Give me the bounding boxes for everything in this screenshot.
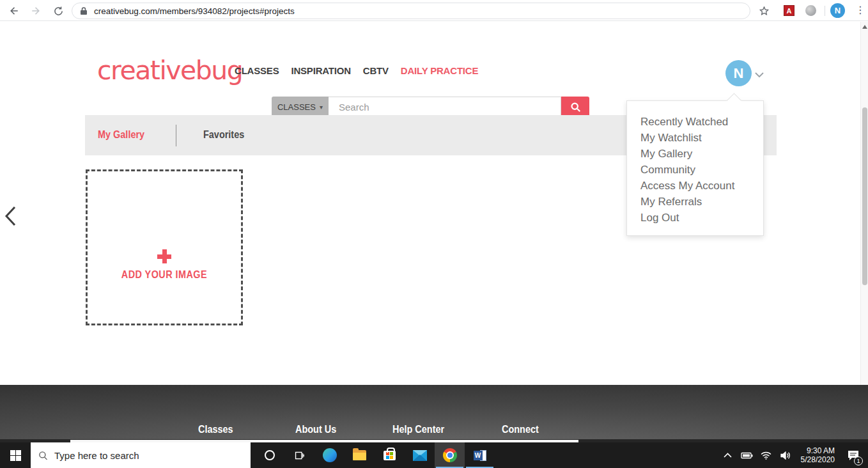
- action-center-button[interactable]: 1: [842, 442, 864, 468]
- speaker-icon[interactable]: [778, 442, 793, 468]
- task-view-icon: [294, 450, 305, 461]
- chevron-left-icon[interactable]: [3, 205, 18, 230]
- creativebug-logo[interactable]: creativebug: [97, 55, 242, 86]
- taskbar-word[interactable]: W: [465, 442, 495, 468]
- menu-item-my-watchlist[interactable]: My Watchlist: [640, 130, 763, 146]
- account-dropdown-menu: Recently Watched My Watchlist My Gallery…: [626, 100, 764, 236]
- footer-help-center[interactable]: Help Center: [392, 423, 444, 436]
- toolbar-divider: [825, 6, 825, 16]
- menu-item-log-out[interactable]: Log Out: [640, 210, 763, 226]
- page-content: creativebug CLASSES INSPIRATION CBTV DAI…: [0, 22, 868, 442]
- footer-about-us[interactable]: About Us: [295, 423, 336, 436]
- taskbar-file-explorer[interactable]: [345, 442, 375, 468]
- taskbar-clock[interactable]: 9:30 AM 5/28/2020: [797, 446, 839, 464]
- bookmark-star-icon[interactable]: [756, 3, 772, 19]
- clock-time: 9:30 AM: [801, 446, 835, 455]
- chrome-icon: [443, 448, 457, 462]
- browser-toolbar: creativebug.com/members/934082/projects#…: [0, 0, 868, 21]
- menu-item-community[interactable]: Community: [640, 162, 763, 178]
- word-icon: W: [474, 449, 486, 462]
- address-bar[interactable]: creativebug.com/members/934082/projects#…: [72, 3, 750, 19]
- microsoft-store-icon: [384, 451, 396, 460]
- extension-icon[interactable]: [805, 5, 816, 16]
- task-view-button[interactable]: [284, 442, 314, 468]
- taskbar-mail[interactable]: [405, 442, 435, 468]
- file-explorer-icon: [353, 450, 366, 460]
- edge-icon: [323, 448, 337, 462]
- page-footer: Classes About Us Help Center Connect: [0, 385, 868, 442]
- site-nav: CLASSES INSPIRATION CBTV DAILY PRACTICE: [235, 65, 478, 76]
- footer-classes[interactable]: Classes: [198, 423, 233, 436]
- add-image-dropzone[interactable]: ADD YOUR IMAGE: [86, 169, 243, 325]
- battery-icon[interactable]: [740, 442, 755, 468]
- tab-divider: [176, 125, 176, 146]
- search-category-label: CLASSES: [277, 102, 316, 112]
- url-text: creativebug.com/members/934082/projects#…: [94, 6, 295, 16]
- caret-down-icon: ▾: [320, 104, 323, 111]
- forward-icon[interactable]: [28, 3, 45, 19]
- tray-chevron-up-icon[interactable]: [720, 442, 736, 468]
- start-button[interactable]: [0, 442, 31, 468]
- taskbar-store[interactable]: [375, 442, 405, 468]
- menu-item-recently-watched[interactable]: Recently Watched: [640, 114, 763, 130]
- scrollbar-up-arrow[interactable]: [862, 25, 867, 29]
- nav-cbtv[interactable]: CBTV: [363, 65, 389, 76]
- menu-item-access-my-account[interactable]: Access My Account: [640, 178, 763, 194]
- wifi-icon[interactable]: [759, 442, 774, 468]
- nav-inspiration[interactable]: INSPIRATION: [291, 65, 350, 76]
- clock-date: 5/28/2020: [801, 455, 835, 464]
- back-icon[interactable]: [5, 3, 22, 19]
- taskbar-search-placeholder: Type here to search: [54, 450, 139, 461]
- windows-logo-icon: [10, 450, 21, 461]
- system-tray: 9:30 AM 5/28/2020 1: [720, 442, 868, 468]
- acrobat-extension-icon[interactable]: A: [784, 5, 794, 16]
- notification-badge: 1: [854, 456, 863, 465]
- user-avatar[interactable]: N: [725, 60, 752, 86]
- mail-icon: [413, 450, 427, 461]
- search-icon: [38, 451, 48, 460]
- cortana-icon: [265, 450, 275, 460]
- footer-connect[interactable]: Connect: [502, 423, 539, 436]
- tab-my-gallery[interactable]: My Gallery: [98, 129, 144, 141]
- menu-item-my-referrals[interactable]: My Referrals: [640, 194, 763, 210]
- taskbar-search-box[interactable]: Type here to search: [31, 442, 251, 468]
- cortana-button[interactable]: [254, 442, 284, 468]
- tab-favorites[interactable]: Favorites: [203, 129, 244, 141]
- windows-taskbar: Type here to search W: [0, 442, 868, 468]
- taskbar-edge[interactable]: [314, 442, 345, 468]
- scrollbar-thumb[interactable]: [862, 107, 867, 285]
- browser-profile-avatar[interactable]: N: [830, 3, 845, 18]
- scrollbar[interactable]: [860, 22, 868, 385]
- chevron-down-icon[interactable]: [755, 69, 764, 81]
- nav-classes[interactable]: CLASSES: [235, 65, 279, 76]
- menu-item-my-gallery[interactable]: My Gallery: [640, 146, 763, 162]
- reload-icon[interactable]: [50, 3, 66, 19]
- nav-daily-practice[interactable]: DAILY PRACTICE: [401, 65, 478, 76]
- taskbar-chrome[interactable]: [435, 442, 465, 468]
- search-icon: [570, 102, 581, 113]
- plus-icon: [157, 249, 171, 263]
- browser-menu-icon[interactable]: ⋮: [855, 3, 865, 17]
- lock-icon: [80, 7, 88, 15]
- add-image-label: ADD YOUR IMAGE: [121, 269, 207, 281]
